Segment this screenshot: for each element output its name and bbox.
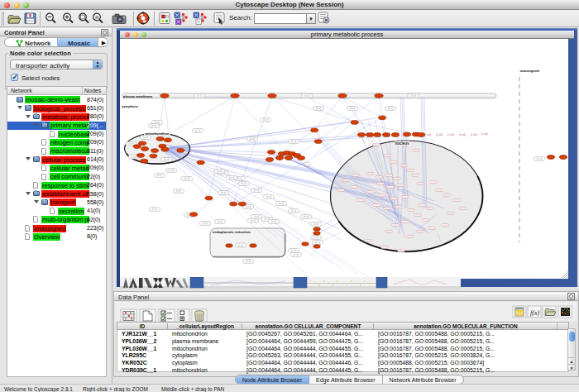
svg-text:mitochondrion: mitochondrion	[145, 131, 170, 136]
svg-text:[e-e]: [e-e]	[291, 209, 296, 213]
svg-text:[e-e]: [e-e]	[315, 241, 320, 244]
svg-text:[e-e]: [e-e]	[350, 107, 355, 110]
svg-text:[e-e]: [e-e]	[294, 253, 299, 256]
svg-text:[e-e]: [e-e]	[266, 195, 271, 198]
svg-text:[e-e]: [e-e]	[176, 189, 181, 193]
svg-text:endoplasmic reticulum: endoplasmic reticulum	[213, 230, 251, 234]
svg-text:[e-e]: [e-e]	[316, 107, 321, 110]
svg-text:[e-e]: [e-e]	[143, 136, 148, 139]
svg-text:[e-e]: [e-e]	[132, 155, 136, 159]
svg-text:cytoplasm: cytoplasm	[122, 104, 138, 108]
svg-text:plasma membrane: plasma membrane	[123, 94, 153, 98]
svg-text:[e-e]: [e-e]	[263, 118, 268, 122]
svg-text:[e-e]: [e-e]	[251, 219, 256, 222]
svg-text:[e-e]: [e-e]	[291, 249, 296, 252]
svg-text:nucleus: nucleus	[395, 141, 409, 146]
svg-text:[e-e]: [e-e]	[388, 107, 393, 110]
svg-text:[e-e]: [e-e]	[313, 236, 318, 239]
svg-text:[e-e]: [e-e]	[237, 177, 242, 180]
svg-text:[e-e]: [e-e]	[151, 124, 156, 127]
svg-text:[e-e]: [e-e]	[246, 260, 251, 263]
svg-text:[c-nd]: [c-nd]	[436, 133, 443, 136]
svg-text:[e-e]: [e-e]	[279, 202, 284, 205]
svg-text:[e-e]: [e-e]	[229, 176, 234, 179]
svg-text:[e-e]: [e-e]	[128, 142, 133, 146]
svg-text:[e-e]: [e-e]	[157, 174, 162, 177]
svg-text:[e-e]: [e-e]	[291, 140, 296, 143]
svg-text:[e-e]: [e-e]	[203, 222, 208, 225]
svg-text:[e-e]: [e-e]	[218, 220, 223, 223]
svg-text:[e-e]: [e-e]	[197, 94, 202, 98]
svg-text:unassigned: unassigned	[520, 69, 540, 73]
svg-text:[e-e]: [e-e]	[246, 205, 251, 208]
svg-text:[e-e]: [e-e]	[169, 169, 174, 172]
svg-text:[e-e]: [e-e]	[238, 244, 243, 247]
svg-text:[e-e]: [e-e]	[410, 94, 415, 98]
svg-text:[e-e]: [e-e]	[304, 94, 309, 98]
svg-text:[e-e]: [e-e]	[537, 157, 542, 160]
svg-text:[e-e]: [e-e]	[195, 129, 200, 132]
svg-text:[c-nd]: [c-nd]	[459, 133, 466, 136]
svg-text:[e-e]: [e-e]	[271, 220, 276, 223]
svg-text:[e-e]: [e-e]	[254, 189, 259, 192]
svg-text:[e-e]: [e-e]	[250, 137, 255, 141]
svg-text:⊞: ⊞	[95, 15, 98, 20]
svg-text:[e-e]: [e-e]	[242, 182, 246, 185]
svg-text:[c-nd]: [c-nd]	[447, 133, 454, 136]
svg-text:[e-e]: [e-e]	[304, 215, 309, 218]
svg-text:[c-nd]: [c-nd]	[471, 133, 477, 136]
svg-text:[e-e]: [e-e]	[313, 222, 318, 226]
svg-text:[e-e]: [e-e]	[217, 170, 222, 173]
svg-text:f(x): f(x)	[530, 309, 539, 317]
svg-text:[e-e]: [e-e]	[184, 177, 189, 180]
svg-text:[c-nd]: [c-nd]	[424, 133, 431, 136]
svg-text:[e-e]: [e-e]	[164, 158, 169, 161]
svg-text:[c-nd]: [c-nd]	[481, 132, 488, 136]
svg-text:[e-e]: [e-e]	[221, 191, 226, 194]
svg-text:[e-e]: [e-e]	[254, 215, 259, 218]
svg-text:[e-e]: [e-e]	[152, 208, 157, 211]
